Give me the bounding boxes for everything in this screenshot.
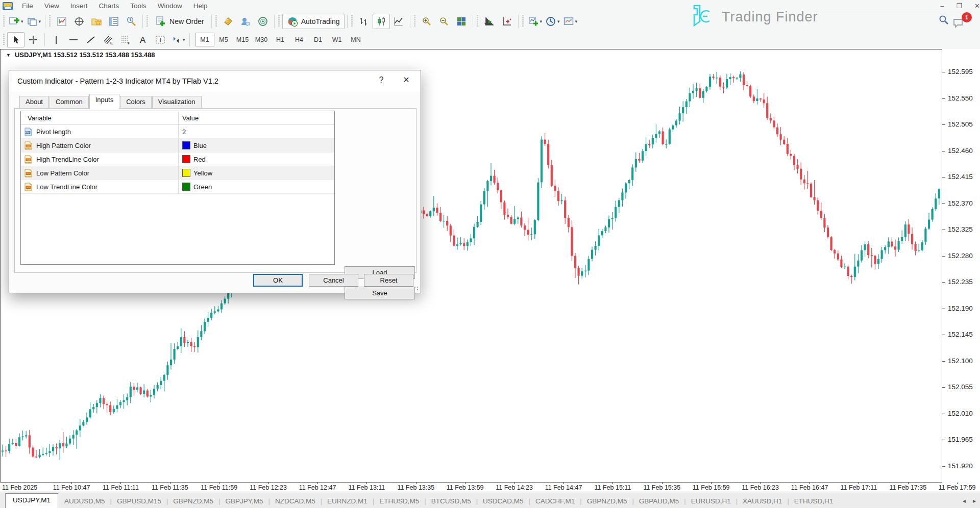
symbol-tab-ethusd-m5[interactable]: ETHUSD,M5 (374, 495, 424, 508)
cancel-button[interactable]: Cancel (309, 274, 358, 287)
trendline-button[interactable] (82, 32, 100, 47)
inputs-table[interactable]: Variable Value 123 Pivot length 2 High P… (20, 111, 335, 265)
param-value[interactable]: Red (193, 156, 206, 163)
signals-button[interactable] (254, 14, 272, 29)
periods-list-button[interactable]: ▾ (544, 14, 561, 29)
table-row[interactable]: High Pattern Color Blue (21, 139, 334, 153)
vertical-line-button[interactable] (47, 32, 65, 47)
tab-next-icon[interactable]: ▸ (973, 497, 976, 504)
table-row[interactable]: High TrendLine Color Red (21, 153, 334, 166)
resize-grip[interactable] (414, 286, 419, 291)
arrows-dropdown-icon[interactable]: ▾ (183, 37, 185, 42)
market-button[interactable] (219, 14, 237, 29)
param-value[interactable]: 2 (182, 128, 186, 136)
menu-charts[interactable]: Charts (93, 0, 125, 12)
toolbar-grip[interactable] (522, 15, 524, 28)
symbol-tab-eurnzd-m1[interactable]: EURNZD,M1 (322, 495, 373, 508)
dialog-tab-common[interactable]: Common (50, 96, 89, 109)
menu-help[interactable]: Help (188, 0, 213, 12)
new-order-button[interactable]: New Order (151, 14, 209, 29)
timeframe-m1[interactable]: M1 (195, 33, 214, 46)
menu-file[interactable]: File (16, 0, 39, 12)
toolbar-grip[interactable] (351, 15, 353, 28)
market-watch-button[interactable] (53, 14, 70, 29)
arrows-button[interactable]: ▾ (169, 32, 187, 47)
dialog-close-icon[interactable]: ✕ (400, 75, 412, 85)
symbol-tab-gbpaud-m5[interactable]: GBPAUD,M5 (634, 495, 684, 508)
timeframe-h4[interactable]: H4 (290, 33, 309, 46)
price-axis[interactable]: 152.595152.550152.505152.460152.415152.3… (942, 49, 980, 482)
chart-shift-button[interactable] (498, 14, 516, 29)
search-icon[interactable] (938, 14, 949, 28)
table-row[interactable]: 123 Pivot length 2 (21, 125, 334, 139)
symbol-tab-usdcad-m5[interactable]: USDCAD,M5 (478, 495, 529, 508)
periods-list-dropdown-icon[interactable]: ▾ (557, 19, 560, 24)
table-row[interactable]: Low TrendLine Color Green (21, 180, 334, 194)
indicators-list-button[interactable]: ▾ (526, 14, 544, 29)
menu-insert[interactable]: Insert (65, 0, 93, 12)
timeframe-w1[interactable]: W1 (328, 33, 347, 46)
reset-button[interactable]: Reset (364, 274, 413, 287)
toolbar-grip[interactable] (3, 15, 5, 28)
timeframe-m30[interactable]: M30 (252, 33, 271, 46)
symbol-tab-ethusd-h1[interactable]: ETHUSD,H1 (789, 495, 839, 508)
symbol-tab-btcusd-m5[interactable]: BTCUSD,M5 (426, 495, 476, 508)
dialog-tab-about[interactable]: About (19, 96, 49, 109)
timeframe-mn[interactable]: MN (347, 33, 365, 46)
autotrading-button[interactable]: AutoTrading (282, 14, 345, 29)
symbol-tab-gbpnzd-m5[interactable]: GBPNZD,M5 (582, 495, 632, 508)
navigator-button[interactable] (88, 14, 105, 29)
restore-button[interactable]: ❐ (956, 1, 962, 11)
community-button[interactable] (237, 14, 254, 29)
zoom-in-button[interactable] (418, 14, 435, 29)
profiles-dropdown-icon[interactable]: ▾ (39, 19, 41, 24)
symbol-tab-gbpjpy-m5[interactable]: GBPJPY,M5 (220, 495, 268, 508)
param-value[interactable]: Green (193, 183, 212, 191)
toolbar-grip[interactable] (3, 34, 5, 46)
symbol-tab-cadchf-m1[interactable]: CADCHF,M1 (530, 495, 580, 508)
data-window-button[interactable] (70, 14, 88, 29)
equidistant-channel-button[interactable]: E (100, 32, 117, 47)
menu-tools[interactable]: Tools (125, 0, 152, 12)
cursor-button[interactable] (7, 32, 24, 47)
templates-list-dropdown-icon[interactable]: ▾ (575, 19, 578, 24)
dialog-tab-colors[interactable]: Colors (120, 96, 152, 109)
toolbar-grip[interactable] (49, 15, 51, 28)
indicators-list-dropdown-icon[interactable]: ▾ (540, 19, 543, 24)
menu-window[interactable]: Window (152, 0, 188, 12)
symbol-tab-eurusd-h1[interactable]: EURUSD,H1 (686, 495, 736, 508)
templates-list-button[interactable]: ▾ (561, 14, 579, 29)
ok-button[interactable]: OK (253, 274, 303, 287)
toolbar-grip[interactable] (146, 15, 148, 28)
table-row[interactable]: Low Pattern Color Yellow (21, 166, 334, 180)
horizontal-line-button[interactable] (65, 32, 82, 47)
symbol-tab-audusd-m5[interactable]: AUDUSD,M5 (59, 495, 110, 508)
strategy-tester-button[interactable] (122, 14, 140, 29)
text-button[interactable]: A (134, 32, 152, 47)
symbol-tab-nzdcad-m5[interactable]: NZDCAD,M5 (270, 495, 321, 508)
menu-view[interactable]: View (39, 0, 65, 12)
timeframe-m15[interactable]: M15 (233, 33, 252, 46)
text-label-button[interactable]: T (152, 32, 169, 47)
symbol-tab-xauusd-h1[interactable]: XAUUSD,H1 (738, 495, 787, 508)
auto-scroll-button[interactable] (481, 14, 498, 29)
param-value[interactable]: Yellow (193, 169, 212, 177)
dialog-tab-visualization[interactable]: Visualization (152, 96, 202, 109)
dialog-help-button[interactable]: ? (376, 75, 387, 85)
tile-windows-button[interactable] (453, 14, 470, 29)
toolbar-grip[interactable] (215, 15, 217, 28)
dialog-tab-inputs[interactable]: Inputs (89, 94, 119, 109)
close-button[interactable]: ✕ (974, 1, 980, 11)
crosshair-button[interactable] (24, 32, 42, 47)
profiles-button[interactable]: ▾ (25, 14, 43, 29)
save-button[interactable]: Save (345, 287, 415, 299)
toolbar-grip[interactable] (414, 15, 415, 28)
toolbar-grip[interactable] (278, 15, 280, 28)
minimize-button[interactable]: – (940, 1, 944, 11)
timeframe-d1[interactable]: D1 (309, 33, 328, 46)
new-chart-button[interactable]: ▾ (7, 14, 25, 29)
fibonacci-button[interactable]: F (117, 32, 134, 47)
mode-bars-button[interactable] (355, 14, 373, 29)
tab-prev-icon[interactable]: ◂ (963, 497, 966, 504)
collapse-caret-icon[interactable]: ▼ (6, 53, 11, 58)
